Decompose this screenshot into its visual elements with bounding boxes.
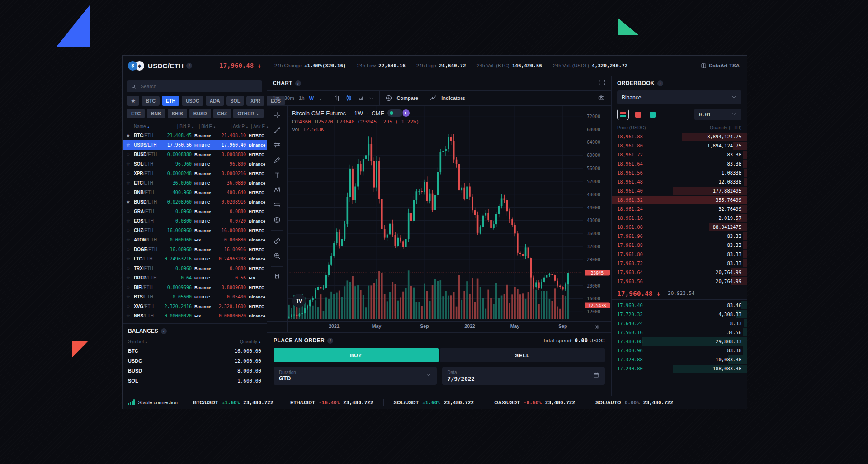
area-chart-icon[interactable] [357, 95, 364, 102]
star-outline-icon[interactable]: ☆ [126, 275, 134, 280]
ask-row[interactable]: 18,961.162,019.57 [612, 213, 747, 223]
tool-long-position-button[interactable] [271, 199, 283, 211]
chip-usdc[interactable]: USDC [182, 96, 203, 106]
compare-button[interactable]: Compare [380, 91, 425, 105]
pair-row[interactable]: ☆XVG/ETH2,320.2416Binance2,320.1600HITBT… [123, 302, 267, 311]
pair-row[interactable]: ☆EOS/ETH0.0800HITBTC0.0720Binance [123, 216, 267, 226]
mode-asks-button[interactable] [632, 109, 643, 120]
price-axis[interactable]: 7200068000640006000056000520004800044000… [583, 106, 611, 321]
snapshot-button[interactable] [591, 91, 611, 105]
pair-row[interactable]: ☆NBS/ETH0.00000020FIX0.00000020Binance [123, 311, 267, 321]
axis-settings[interactable] [583, 322, 611, 332]
ask-row[interactable]: 18,961.32355.76499 [612, 195, 747, 204]
star-outline-icon[interactable]: ☆ [126, 313, 134, 318]
bid-row[interactable]: 17.720.324,308.33 [612, 310, 747, 319]
fullscreen-button[interactable] [599, 79, 606, 87]
pair-row[interactable]: ☆DREP/ETH0.64HITBTC0.56FIX [123, 273, 267, 283]
star-outline-icon[interactable]: ☆ [126, 161, 134, 166]
star-outline-icon[interactable]: ☆ [126, 294, 134, 299]
star-outline-icon[interactable]: ☆ [126, 142, 134, 147]
tool-trendline-button[interactable] [271, 124, 283, 136]
pair-row[interactable]: ★BTC/ETH21,408.45Binance21,408.10HITBTC [123, 131, 267, 140]
bid-row[interactable]: 17.480.0829,808.33 [612, 337, 747, 346]
tradingview-logo[interactable]: TV [292, 294, 306, 308]
chip-busd[interactable]: BUSD [189, 109, 211, 118]
ask-row[interactable]: 18,961.4812.08338 [612, 177, 747, 186]
mode-both-button[interactable] [617, 109, 629, 120]
buy-button[interactable]: BUY [274, 348, 439, 362]
candles-chart-icon[interactable] [345, 95, 353, 102]
ask-row[interactable]: 17,960.6420,764.99 [612, 268, 747, 277]
pairs-header-name[interactable]: Name▲ [134, 124, 161, 129]
ask-row[interactable]: 18,961.40177.882495 [612, 186, 747, 195]
search-box[interactable] [127, 80, 262, 92]
chart-plot[interactable]: Bitcoin CME Futures · 1W · CME E O24360H… [288, 106, 583, 321]
pairs-header-bid-e[interactable]: | Bid E▲ [194, 124, 216, 129]
star-outline-icon[interactable]: ☆ [126, 171, 134, 176]
star-outline-icon[interactable]: ☆ [126, 304, 134, 309]
pair-row[interactable]: ☆DOGE/ETH16.00960Binance16.00916HITBTC [123, 245, 267, 254]
mode-bids-button[interactable] [647, 109, 658, 120]
pair-row[interactable]: ☆BNB/ETH400.960Binance400.640HITBTC [123, 188, 267, 197]
star-outline-icon[interactable]: ☆ [126, 285, 134, 290]
timeframe-1m[interactable]: 1m [273, 95, 280, 101]
search-input[interactable] [140, 83, 258, 90]
chart-info-icon[interactable]: i [295, 80, 301, 86]
pair-row[interactable]: ★BUSD/ETH0.0208960HITBTC0.0208916Binance [123, 197, 267, 207]
orderbook-info-icon[interactable]: i [657, 80, 663, 86]
chip-shib[interactable]: SHIB [168, 109, 187, 118]
chip-eth[interactable]: ETH [162, 96, 179, 106]
ask-row[interactable]: 17,960.7283.33 [612, 259, 747, 268]
chip-etc[interactable]: ETC [127, 109, 145, 118]
tool-emoji-button[interactable] [271, 214, 283, 226]
chip-sol[interactable]: SOL [226, 96, 245, 106]
pair-info-icon[interactable]: i [186, 63, 192, 69]
tool-xabcd-pattern-button[interactable] [271, 184, 283, 196]
star-outline-icon[interactable]: ☆ [126, 266, 134, 271]
star-filled-icon[interactable]: ★ [126, 133, 134, 138]
pair-row[interactable]: ☆BIFI/ETH0.8009696Binance0.8009680HITBTC [123, 283, 267, 292]
star-outline-icon[interactable]: ☆ [126, 209, 134, 214]
star-outline-icon[interactable]: ☆ [126, 180, 134, 185]
bid-row[interactable]: 17.560.1634.56 [612, 328, 747, 337]
ask-row[interactable]: 18,961.7283.38 [612, 150, 747, 159]
chip-xpr[interactable]: XPR [246, 96, 264, 106]
pair-row[interactable]: ☆TRX/ETH0.0960Binance0.0880HITBTC [123, 264, 267, 273]
precision-select[interactable]: 0.01 [694, 109, 741, 120]
pair-row[interactable]: ☆ATOM/ETH0.000960FIX0.000880Binance [123, 235, 267, 245]
timeframe-W[interactable]: W [309, 95, 314, 101]
balances-quantity-header[interactable]: Quantity▲ [240, 339, 261, 344]
pair-row[interactable]: ☆LTC/ETH0.24963216HITBTC0.24963208Binanc… [123, 254, 267, 264]
exchange-badge[interactable]: E [402, 109, 410, 117]
star-outline-icon[interactable]: ☆ [126, 152, 134, 157]
venue-select[interactable]: Binance [617, 90, 741, 104]
date-field[interactable]: Data 7/9/2022 [442, 367, 605, 385]
balances-symbol-header[interactable]: Symbol▲ [128, 339, 148, 344]
pair-row[interactable]: ☆GRA/ETH0.0960Binance0.0880HITBTC [123, 207, 267, 216]
bid-row[interactable]: 17.400.9683.38 [612, 346, 747, 355]
ask-row[interactable]: 18,961.0888.9412475 [612, 223, 747, 232]
star-outline-icon[interactable]: ☆ [126, 190, 134, 195]
series-toggle[interactable] [387, 109, 403, 117]
star-outline-icon[interactable]: ☆ [126, 237, 134, 242]
time-axis[interactable]: 2021MaySep2022MaySep [288, 322, 583, 332]
ask-row[interactable]: 18,961.801,894,124.75 [612, 141, 747, 150]
tool-zoom-in-button[interactable] [271, 250, 283, 262]
bid-row[interactable]: 17.320.8810,083.38 [612, 355, 747, 364]
bid-row[interactable]: 17.960.4083.46 [612, 301, 747, 310]
chip-ada[interactable]: ADA [206, 96, 224, 106]
ask-row[interactable]: 18,961.888,894,124.75 [612, 132, 747, 141]
timeframe-30m[interactable]: 30m [284, 95, 294, 101]
ask-row[interactable]: 18,961.2432.76499 [612, 204, 747, 213]
pair-row[interactable]: ☆BUSD/ETH0.0008880Binance0.0008800HITBTC [123, 150, 267, 159]
chevron-down-icon[interactable]: ⌄ [318, 96, 322, 101]
pairs-header-bid-p[interactable]: | Bid P▲ [161, 124, 194, 129]
ask-row[interactable]: 17,961.8083.33 [612, 250, 747, 259]
pair-row[interactable]: ☆BTS/ETH0.05600HITBTC0.05400Binance [123, 292, 267, 302]
chevron-down-icon[interactable] [369, 96, 374, 101]
tool-ruler-button[interactable] [271, 235, 283, 247]
order-info-icon[interactable]: i [327, 338, 333, 344]
chip-chz[interactable]: CHZ [213, 109, 231, 118]
indicators-button[interactable]: Indicators [424, 91, 471, 105]
ask-row[interactable]: 17,960.5620,764.99 [612, 277, 747, 286]
